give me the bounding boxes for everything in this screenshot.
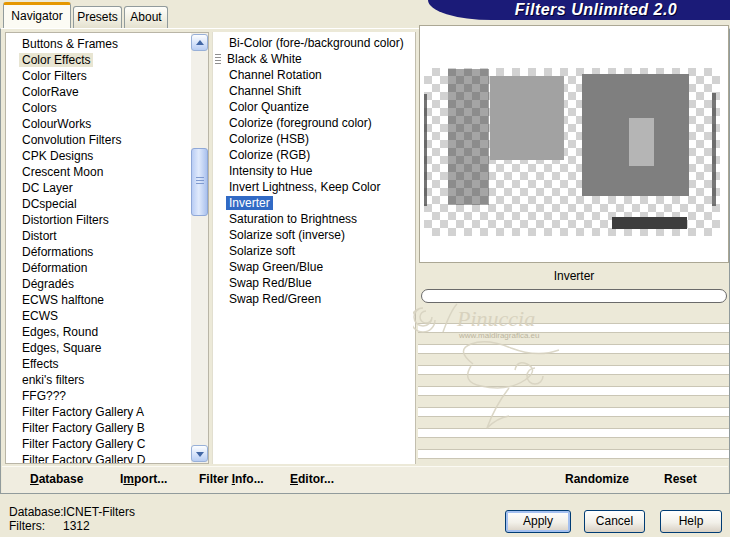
tab-presets[interactable]: Presets — [73, 6, 122, 28]
category-item-label: ECWS halftone — [19, 293, 107, 307]
filter-item[interactable]: Saturation to Brightness — [213, 211, 416, 227]
filter-item[interactable]: Solarize soft (inverse) — [213, 227, 416, 243]
category-item[interactable]: Filter Factory Gallery D — [6, 452, 191, 464]
filter-item-label: Black & White — [224, 52, 305, 66]
scrollbar-thumb[interactable] — [191, 148, 208, 216]
filter-item-label: Invert Lightness, Keep Color — [226, 180, 383, 194]
filter-list: Bi-Color (fore-/background color)Black &… — [213, 35, 416, 307]
category-list: Buttons & FramesColor EffectsColor Filte… — [6, 36, 191, 464]
title-banner: Filters Unlimited 2.0 — [428, 0, 730, 20]
category-listbox: Buttons & FramesColor EffectsColor Filte… — [5, 32, 209, 464]
category-item[interactable]: enki's filters — [6, 372, 191, 388]
category-item[interactable]: ColorRave — [6, 84, 191, 100]
filter-item[interactable]: Bi-Color (fore-/background color) — [213, 35, 416, 51]
category-item[interactable]: DCspecial — [6, 196, 191, 212]
category-item[interactable]: Filter Factory Gallery A — [6, 404, 191, 420]
category-item[interactable]: Color Effects — [6, 52, 191, 68]
category-item[interactable]: Filter Factory Gallery C — [6, 436, 191, 452]
filter-item-label: Inverter — [226, 196, 273, 210]
category-item[interactable]: Déformation — [6, 260, 191, 276]
category-item[interactable]: Distort — [6, 228, 191, 244]
filter-listbox: Bi-Color (fore-/background color)Black &… — [212, 32, 416, 464]
category-item[interactable]: Effects — [6, 356, 191, 372]
category-item-label: Convolution Filters — [19, 133, 124, 147]
filter-item[interactable]: Channel Rotation — [213, 67, 416, 83]
tab-strip: Navigator Presets About Filters Unlimite… — [0, 0, 730, 28]
filter-item[interactable]: Channel Shift — [213, 83, 416, 99]
category-item-label: Déformations — [19, 245, 96, 259]
filters-unlimited-dialog: Navigator Presets About Filters Unlimite… — [0, 0, 730, 537]
category-item[interactable]: Déformations — [6, 244, 191, 260]
help-button[interactable]: Help — [660, 510, 722, 533]
randomize-button[interactable]: Randomize — [565, 472, 629, 486]
category-item[interactable]: Color Filters — [6, 68, 191, 84]
filter-item[interactable]: Intensity to Hue — [213, 163, 416, 179]
tab-navigator[interactable]: Navigator — [3, 2, 71, 28]
reset-button[interactable]: Reset — [664, 472, 697, 486]
status-bar: Database: ICNET-Filters Filters: 1312 Ap… — [0, 494, 730, 537]
filter-item[interactable]: Swap Green/Blue — [213, 259, 416, 275]
selected-filter-title: Inverter — [420, 266, 728, 287]
database-button[interactable]: Database — [30, 472, 83, 486]
bottom-toolbar: Database Import... Filter Info... Editor… — [2, 466, 728, 493]
filter-item[interactable]: Solarize soft — [213, 243, 416, 259]
category-item-label: Colors — [19, 101, 60, 115]
apply-button[interactable]: Apply — [505, 510, 571, 533]
cancel-button[interactable]: Cancel — [584, 510, 645, 533]
category-item[interactable]: Filter Factory Gallery B — [6, 420, 191, 436]
import-button[interactable]: Import... — [120, 472, 167, 486]
tab-about[interactable]: About — [124, 6, 168, 28]
category-item[interactable]: FFG??? — [6, 388, 191, 404]
category-item-label: Buttons & Frames — [19, 37, 121, 51]
category-item-label: DCspecial — [19, 197, 80, 211]
category-item[interactable]: Dégradés — [6, 276, 191, 292]
scrollbar-up-button[interactable] — [191, 34, 208, 51]
filter-item[interactable]: Colorize (RGB) — [213, 147, 416, 163]
app-title: Filters Unlimited 2.0 — [466, 1, 726, 19]
filter-item-label: Color Quantize — [226, 100, 312, 114]
category-item-label: enki's filters — [19, 373, 87, 387]
category-item[interactable]: DC Layer — [6, 180, 191, 196]
category-item-label: Filter Factory Gallery B — [19, 421, 148, 435]
category-item-label: DC Layer — [19, 181, 76, 195]
filter-item-label: Swap Red/Blue — [226, 276, 315, 290]
category-item[interactable]: ECWS — [6, 308, 191, 324]
category-item-label: ColorRave — [19, 85, 82, 99]
category-item[interactable]: Crescent Moon — [6, 164, 191, 180]
category-scrollbar[interactable] — [191, 33, 209, 463]
filter-item-label: Saturation to Brightness — [226, 212, 360, 226]
category-item-label: Edges, Square — [19, 341, 104, 355]
category-item[interactable]: ECWS halftone — [6, 292, 191, 308]
filter-item[interactable]: Black & White — [213, 51, 416, 67]
preview-shape — [712, 93, 716, 206]
category-item[interactable]: Distortion Filters — [6, 212, 191, 228]
category-item[interactable]: Edges, Square — [6, 340, 191, 356]
category-item[interactable]: CPK Designs — [6, 148, 191, 164]
editor-button[interactable]: Editor... — [290, 472, 334, 486]
filter-info-button[interactable]: Filter Info... — [199, 472, 264, 486]
scrollbar-down-button[interactable] — [191, 445, 208, 462]
filters-count-label: Filters: — [9, 519, 45, 533]
filter-item[interactable]: Inverter — [213, 195, 416, 211]
category-item-label: Déformation — [19, 261, 90, 275]
filter-item[interactable]: Colorize (foreground color) — [213, 115, 416, 131]
filter-item[interactable]: Colorize (HSB) — [213, 131, 416, 147]
filter-item[interactable]: Color Quantize — [213, 99, 416, 115]
filter-item[interactable]: Swap Red/Green — [213, 291, 416, 307]
filter-item-label: Colorize (HSB) — [226, 132, 312, 146]
preview-shape — [612, 217, 687, 229]
category-item-label: Distort — [19, 229, 60, 243]
category-item[interactable]: Colors — [6, 100, 191, 116]
filter-item[interactable]: Swap Red/Blue — [213, 275, 416, 291]
category-item[interactable]: Buttons & Frames — [6, 36, 191, 52]
category-item-label: Filter Factory Gallery A — [19, 405, 147, 419]
category-item[interactable]: Edges, Round — [6, 324, 191, 340]
database-value: ICNET-Filters — [63, 505, 135, 519]
category-item[interactable]: ColourWorks — [6, 116, 191, 132]
category-item-label: Edges, Round — [19, 325, 101, 339]
parameter-slider[interactable] — [421, 289, 727, 303]
filter-item-label: Colorize (RGB) — [226, 148, 313, 162]
filter-item[interactable]: Invert Lightness, Keep Color — [213, 179, 416, 195]
category-item[interactable]: Convolution Filters — [6, 132, 191, 148]
filter-item-label: Colorize (foreground color) — [226, 116, 375, 130]
